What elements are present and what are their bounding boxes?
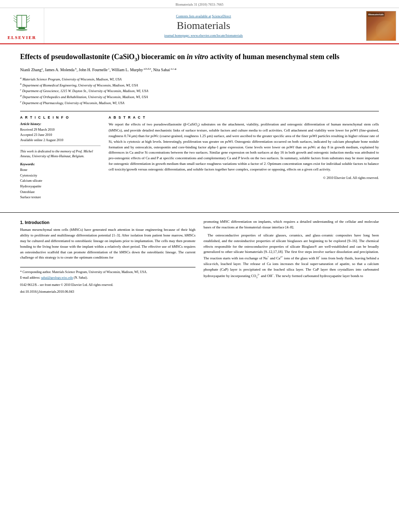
sciencedirect-text[interactable]: ScienceDirect (212, 14, 231, 18)
info-abstract-section: A R T I C L E I N F O Article history: R… (20, 111, 379, 200)
journal-citation-bar: Biomaterials 31 (2010) 7653–7665 (0, 0, 399, 8)
keyword-osteoblast: Osteoblast (20, 189, 101, 195)
footnote-email: E-mail address: sahai@geology.wisc.edu (… (20, 275, 195, 280)
intro-para-1: Human mesenchymal stem cells (hMSCs) hav… (20, 227, 195, 261)
journal-cover-image: Biomaterials (366, 11, 396, 41)
main-col-right: promoting hMSC differentiation on implan… (204, 219, 379, 294)
email-label: E-mail address: (20, 276, 41, 279)
journal-header-center: Contents lists available at ScienceDirec… (44, 8, 363, 43)
main-col-left: 1. Introduction Human mesenchymal stem c… (20, 219, 195, 294)
dedication-text: This work is dedicated to the memory of … (20, 149, 101, 159)
history-label: Article history: (20, 122, 101, 126)
section1-heading: 1. Introduction (20, 220, 195, 225)
email-suffix: (N. Sahai). (74, 276, 88, 279)
footnote-section: * Corresponding author. Materials Scienc… (20, 267, 195, 294)
main-content: 1. Introduction Human mesenchymal stem c… (0, 212, 399, 294)
article-title: Effects of pseudowollastonite (CaSiO3) b… (20, 52, 379, 63)
journal-title: Biomaterials (177, 20, 230, 32)
section1-right-body: promoting hMSC differentiation on implan… (204, 219, 379, 279)
abstract-column: A B S T R A C T We report the effects of… (109, 115, 379, 200)
keyword-cytotoxicity: Cytotoxicity (20, 173, 101, 179)
abstract-text: We report the effects of two pseudowolla… (109, 122, 379, 173)
issn-line: 0142-9612/$ – see front matter © 2010 El… (20, 283, 195, 288)
elsevier-text: ELSEVIER (8, 35, 37, 40)
affiliation-a: a Materials Science Program, University … (20, 76, 379, 82)
sciencedirect-link: Contents lists available at ScienceDirec… (176, 14, 231, 18)
affiliation-c: c Department of Geoscience, 1215 W. Dayt… (20, 88, 379, 94)
affiliation-e: e Department of Pharmacology, University… (20, 100, 379, 106)
elsevier-logo: ELSEVIER (8, 12, 37, 40)
elsevier-logo-section: ELSEVIER (0, 8, 44, 43)
abstract-heading: A B S T R A C T (109, 115, 379, 119)
accepted-date: Accepted 23 June 2010 (20, 132, 101, 138)
article-info-heading: A R T I C L E I N F O (20, 115, 101, 119)
elsevier-emblem-icon (10, 12, 34, 34)
journal-citation: Biomaterials 31 (2010) 7653–7665 (175, 2, 223, 6)
keyword-calcium-silicate: Calcium silicate (20, 178, 101, 184)
intro-para-3: The osteoconductive properties of silica… (204, 233, 379, 279)
journal-header: ELSEVIER Contents lists available at Sci… (0, 8, 399, 44)
article-info-column: A R T I C L E I N F O Article history: R… (20, 115, 101, 200)
section1-body: Human mesenchymal stem cells (hMSCs) hav… (20, 227, 195, 261)
email-link[interactable]: sahai@geology.wisc.edu (41, 276, 73, 279)
affiliation-d: d Department of Orthopedics and Rehabili… (20, 94, 379, 100)
page: Biomaterials 31 (2010) 7653–7665 (0, 0, 399, 294)
keywords-section: Keywords: Bone Cytotoxicity Calcium sili… (20, 162, 101, 200)
affiliations: a Materials Science Program, University … (20, 76, 379, 105)
keyword-hydroxyapatite: Hydroxyapatite (20, 184, 101, 189)
available-date: Available online 2 August 2010 (20, 138, 101, 143)
keyword-surface-texture: Surface texture (20, 195, 101, 200)
copyright-line: © 2010 Elsevier Ltd. All rights reserved… (109, 176, 379, 180)
received-date: Received 29 March 2010 (20, 127, 101, 132)
journal-cover-section: Biomaterials (363, 8, 399, 43)
article-history: Article history: Received 29 March 2010 … (20, 122, 101, 146)
journal-homepage: journal homepage: www.elsevier.com/locat… (164, 33, 243, 37)
doi-line: doi:10.1016/j.biomaterials.2010.06.043 (20, 289, 195, 294)
keyword-bone: Bone (20, 167, 101, 173)
footnote-corresponding: * Corresponding author. Materials Scienc… (20, 270, 195, 275)
svg-point-3 (16, 29, 27, 31)
journal-cover-label: Biomaterials (368, 12, 385, 16)
authors-line: Nianli Zhanga, James A. Molenda b, John … (20, 67, 379, 73)
article-body: Effects of pseudowollastonite (CaSiO3) b… (0, 44, 399, 208)
keywords-label: Keywords: (20, 162, 101, 166)
intro-para-2: promoting hMSC differentiation on implan… (204, 219, 379, 230)
affiliation-b: b Department of Biomedical Engineering, … (20, 82, 379, 88)
